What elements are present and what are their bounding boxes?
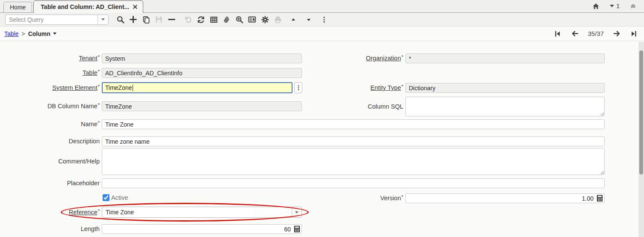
save-icon[interactable] [154,15,163,24]
version-label: Version* [321,193,403,204]
idempiere-window: Home Table and Column: AD_Client... 1 [0,0,644,237]
tenant-field [102,53,302,63]
next-record-icon[interactable] [612,30,621,38]
organization-label: Organization* [321,53,403,64]
print-icon[interactable] [273,15,282,24]
tab-table-and-column-label: Table and Column: AD_Client... [41,3,129,10]
system-element-more-button[interactable] [294,82,302,93]
column-sql-label: Column SQL [321,102,403,112]
active-checkbox[interactable] [103,194,109,201]
tenant-label: Tenant* [0,53,100,64]
reference-label: Reference* [0,207,100,218]
new-record-icon[interactable] [129,15,138,24]
active-label: Active [111,194,128,201]
toolbar-buttons [116,15,328,24]
description-label: Description [0,136,100,146]
record-position: 35/37 [588,30,604,37]
find-icon[interactable] [116,15,125,24]
home-icon[interactable] [592,3,600,10]
chevron-down-icon [295,211,298,213]
length-field[interactable] [102,226,292,233]
length-field-wrap [102,224,302,234]
description-field[interactable] [102,136,605,146]
close-tab-icon[interactable] [133,4,138,9]
name-label: Name* [0,119,100,130]
customize-gear-icon[interactable] [260,15,269,24]
chevron-down-icon [53,33,56,35]
reference-combobox[interactable]: Time Zone [102,207,302,218]
column-form: Tenant* Organization* Table* System Elem… [0,41,644,237]
chevron-down-icon [101,18,105,21]
text-cursor [133,85,133,91]
tab-home[interactable]: Home [3,2,32,12]
placeholder-field[interactable] [102,178,605,188]
calculator-icon[interactable] [292,225,301,234]
version-field[interactable] [406,195,595,202]
table-label: Table* [0,68,100,78]
refresh-icon[interactable] [196,15,205,24]
tab-table-and-column[interactable]: Table and Column: AD_Client... [33,0,143,13]
breadcrumb-separator: > [21,30,25,37]
db-column-name-label: DB Column Name* [0,101,100,112]
report-icon[interactable] [248,15,257,24]
select-query-combo [5,15,109,25]
system-element-field[interactable]: TimeZone [102,82,292,93]
scrollbar-thumb[interactable] [639,50,643,175]
comment-help-label: Comment/Help [0,157,100,166]
entity-type-field [405,83,605,93]
active-checkbox-row: Active [103,194,128,201]
desktop-selector[interactable]: 1 [610,3,620,9]
tab-bar-right-controls: 1 [592,0,644,12]
delete-record-icon[interactable] [167,15,176,24]
reference-dropdown-button[interactable] [292,207,301,217]
detail-record-icon[interactable] [304,15,313,24]
breadcrumb-row: Table > Column 35/37 [0,27,644,41]
collapse-header-icon[interactable] [630,3,636,9]
table-field [102,68,302,78]
reference-value: Time Zone [102,207,292,217]
placeholder-label: Placeholder [0,178,100,188]
attachment-icon[interactable] [222,15,231,24]
system-element-label: System Element* [0,83,100,93]
vertical-scrollbar[interactable] [638,42,644,237]
select-query-dropdown-button[interactable] [97,15,108,24]
version-field-wrap [405,193,605,203]
copy-record-icon[interactable] [142,15,151,24]
previous-record-icon[interactable] [570,30,579,38]
toolbar [0,13,644,27]
calculator-icon[interactable] [595,194,604,203]
select-query-input[interactable] [6,15,97,24]
name-field[interactable] [102,119,605,129]
zoom-across-icon[interactable] [235,15,244,24]
chevron-down-icon [610,5,614,7]
undo-icon[interactable] [183,15,192,24]
breadcrumb-current-menu[interactable]: Column [28,30,56,37]
breadcrumb-parent-link[interactable]: Table [4,30,18,37]
record-navigation: 35/37 [553,30,638,38]
window-tab-bar: Home Table and Column: AD_Client... 1 [0,0,644,13]
length-label: Length [0,224,100,234]
entity-type-label: Entity Type* [321,83,403,93]
tab-home-label: Home [10,4,26,11]
comment-help-field[interactable] [102,148,605,175]
grid-toggle-icon[interactable] [209,15,218,24]
parent-record-icon[interactable] [289,15,298,24]
column-sql-field[interactable] [405,97,605,116]
last-record-icon[interactable] [629,30,638,38]
organization-field [405,53,605,63]
db-column-name-field [102,101,302,111]
desktop-count: 1 [616,3,620,9]
first-record-icon[interactable] [553,30,562,38]
more-options-icon[interactable] [319,15,328,24]
